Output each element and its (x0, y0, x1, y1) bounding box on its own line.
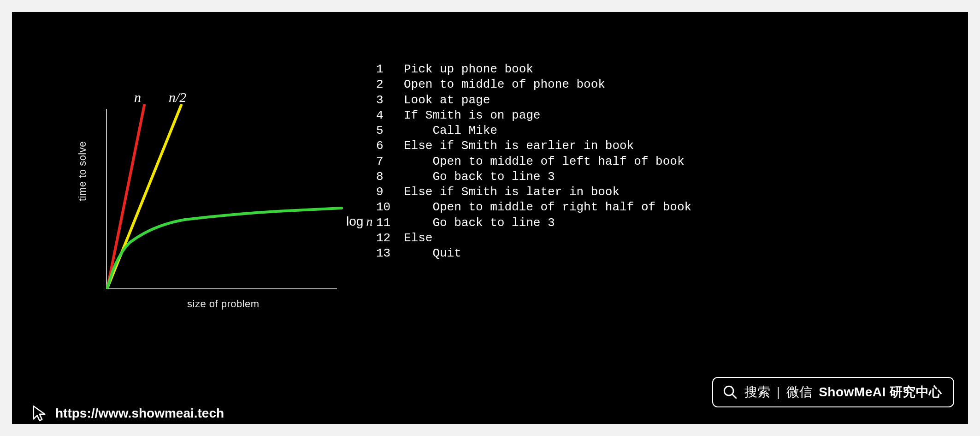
code-line: 11 Go back to line 3 (376, 215, 691, 231)
code-line: 2Open to middle of phone book (376, 77, 691, 92)
chart-xlabel: size of problem (187, 298, 260, 310)
slide-content: time to solve n n/2 logn size of problem (12, 12, 968, 424)
code-line: 4If Smith is on page (376, 108, 691, 123)
code-line: 6Else if Smith is earlier in book (376, 138, 691, 154)
svg-line-1 (732, 394, 736, 398)
chart-ylabel: time to solve (77, 141, 89, 201)
badge-channel: 微信 (786, 383, 812, 401)
search-badge: 搜索 | 微信 ShowMeAI 研究中心 (712, 377, 954, 407)
code-line: 3Look at page (376, 93, 691, 108)
series-label-log-var: n (366, 214, 372, 228)
series-label-log-word: log (346, 214, 363, 228)
series-n (107, 105, 144, 288)
code-line: 9Else if Smith is later in book (376, 185, 691, 200)
code-line: 8 Go back to line 3 (376, 169, 691, 185)
series-label-n: n (134, 90, 141, 105)
search-icon (722, 384, 738, 400)
footer-url: https://www.showmeai.tech (30, 404, 224, 423)
badge-separator: | (777, 385, 780, 400)
code-line: 5 Call Mike (376, 123, 691, 138)
series-label-n-half: n/2 (169, 90, 186, 105)
series-label-log-n: logn (346, 214, 372, 229)
code-line: 1Pick up phone book (376, 62, 691, 77)
footer-url-text: https://www.showmeai.tech (55, 406, 224, 421)
pseudocode-block: 1Pick up phone book 2Open to middle of p… (376, 62, 691, 261)
badge-search-word: 搜索 (744, 383, 770, 401)
code-line: 10 Open to middle of right half of book (376, 200, 691, 215)
badge-brand: ShowMeAI 研究中心 (819, 383, 942, 401)
code-line: 13 Quit (376, 246, 691, 261)
slide-frame: time to solve n n/2 logn size of problem (0, 0, 980, 436)
series-log-n (107, 208, 342, 288)
chart-svg (102, 104, 351, 298)
series-label-n-half-text: n/2 (169, 90, 186, 105)
code-line: 12Else (376, 231, 691, 246)
code-line: 7 Open to middle of left half of book (376, 154, 691, 169)
cursor-icon (30, 404, 49, 423)
complexity-chart: time to solve n n/2 logn size of problem (40, 49, 344, 280)
